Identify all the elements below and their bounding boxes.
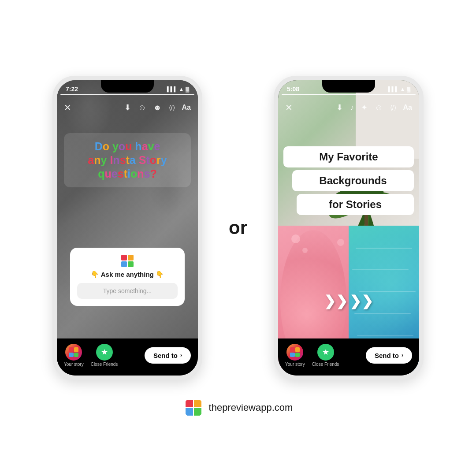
close-icon-2[interactable]: ✕ <box>285 102 293 113</box>
phone-2-inner: 5:08 ▌▌▌ ▲ ▓ ✕ ⬇ <box>278 80 419 376</box>
grid-cell-green <box>128 261 134 267</box>
send-to-button-2[interactable]: Send to › <box>366 347 412 364</box>
close-friends-action-1[interactable]: ★ Close Friends <box>91 344 118 367</box>
ask-box-input[interactable]: Type something... <box>77 283 178 299</box>
face-icon-2[interactable]: ☺ <box>375 103 383 112</box>
text-icon-1[interactable]: Aa <box>182 104 191 112</box>
grid-cell-blue <box>121 261 127 267</box>
close-friends-label-2: Close Friends <box>312 362 339 367</box>
sparkle-icon-2[interactable]: ✦ <box>361 103 368 112</box>
your-story-label-2: Your story <box>285 362 305 367</box>
pink-bubble-2 <box>302 248 308 253</box>
mute-icon-1[interactable]: ⟨/⟩ <box>169 104 175 111</box>
story-bottom-2: Your story ★ Close Friends Send to › <box>278 338 419 376</box>
question-sticker: Do you have any Insta Story questions? <box>64 133 191 187</box>
close-friends-icon-1: ★ <box>96 344 113 361</box>
pink-bubble-3 <box>337 239 344 246</box>
story-bottom-1: Your story ★ Close Friends Send to › <box>57 338 198 376</box>
close-friends-action-2[interactable]: ★ Close Friends <box>312 344 339 367</box>
arrows-container: ❯❯ ❯❯ <box>324 293 373 309</box>
preview-gc4 <box>194 408 201 416</box>
story-progress-2 <box>282 94 416 95</box>
emoji-icon-1[interactable]: ☻ <box>153 103 162 112</box>
preview-gc2 <box>194 400 201 407</box>
close-icon-1[interactable]: ✕ <box>64 102 71 113</box>
your-story-icon-1 <box>65 344 82 361</box>
notch-2 <box>322 80 375 93</box>
ask-box-logo-container <box>77 255 178 267</box>
notch-1 <box>101 80 154 93</box>
preview-logo-text: thepreviewapp.com <box>209 402 293 413</box>
status-icons-1: ▌▌▌ ▲ ▓ <box>167 86 189 92</box>
arrow-chevron-2: ❯❯ <box>350 293 373 309</box>
story-progress-1 <box>60 94 194 95</box>
ask-box-title: 👇 Ask me anything 👇 <box>77 271 178 279</box>
signal-icon-1: ▌▌▌ <box>167 86 177 92</box>
phone-2-story-content: 5:08 ▌▌▌ ▲ ▓ ✕ ⬇ <box>278 80 419 371</box>
your-story-grid <box>69 347 78 357</box>
title-sticker-1: My Favorite <box>283 146 414 167</box>
title-line-2: Backgrounds <box>319 175 387 186</box>
your-story-grid-2 <box>290 347 300 357</box>
title-line-1: My Favorite <box>319 151 378 163</box>
water-line-4 <box>354 313 411 314</box>
your-story-action-2[interactable]: Your story <box>285 344 305 367</box>
title-sticker-3: for Stories <box>297 194 414 215</box>
send-to-button-1[interactable]: Send to › <box>145 347 191 364</box>
question-line-3: questions? <box>69 167 186 180</box>
water-line-5 <box>357 335 413 336</box>
battery-icon-2: ▓ <box>407 86 410 92</box>
send-to-label-1: Send to <box>153 352 178 359</box>
question-line-2: any Insta Story <box>69 154 186 167</box>
title-line-3: for Stories <box>329 198 382 210</box>
story-toolbar-1[interactable]: ✕ ⬇ ☺ ☻ ⟨/⟩ Aa <box>57 102 198 113</box>
download-icon-1[interactable]: ⬇ <box>124 103 131 112</box>
star-icon-1: ★ <box>101 347 108 357</box>
phone-1-story-content: 7:22 ▌▌▌ ▲ ▓ ✕ ⬇ <box>57 80 198 371</box>
phone-2-frame: 5:08 ▌▌▌ ▲ ▓ ✕ ⬇ <box>274 76 424 380</box>
phone-1-inner: 7:22 ▌▌▌ ▲ ▓ ✕ ⬇ <box>57 80 198 376</box>
question-line-1: Do you have <box>69 140 186 153</box>
status-icons-2: ▌▌▌ ▲ ▓ <box>388 86 410 92</box>
preview-gc3 <box>186 408 193 416</box>
arrow-chevron-1: ❯❯ <box>324 293 348 309</box>
title-sticker-2: Backgrounds <box>292 170 414 191</box>
water-line-1 <box>356 248 412 249</box>
mute-icon-2[interactable]: ⟨/⟩ <box>390 104 396 111</box>
preview-gc1 <box>186 400 193 407</box>
bottom-actions-1: Your story ★ Close Friends <box>64 344 118 367</box>
preview-logo-container <box>183 398 204 418</box>
send-to-label-2: Send to <box>375 352 399 359</box>
status-time-2: 5:08 <box>287 86 299 93</box>
progress-bar <box>60 94 194 95</box>
preview-grid-logo-1 <box>121 255 134 267</box>
status-time-1: 7:22 <box>66 86 78 93</box>
send-to-chevron-2: › <box>402 352 403 358</box>
toolbar-left-1: ✕ <box>64 102 71 113</box>
water-line-2 <box>352 269 409 270</box>
page-container: 7:22 ▌▌▌ ▲ ▓ ✕ ⬇ <box>0 0 476 476</box>
music-icon-2[interactable]: ♪ <box>350 103 354 112</box>
leaf-shadow <box>57 80 198 371</box>
star-icon-2: ★ <box>322 347 329 357</box>
bottom-actions-2: Your story ★ Close Friends <box>285 344 339 367</box>
wifi-icon-1: ▲ <box>179 86 184 92</box>
face-sticker-icon-1[interactable]: ☺ <box>138 103 146 112</box>
toolbar-right-1: ⬇ ☺ ☻ ⟨/⟩ Aa <box>124 103 191 112</box>
title-stickers-container: My Favorite Backgrounds for Stories <box>283 146 414 215</box>
battery-icon-1: ▓ <box>186 86 189 92</box>
signal-icon-2: ▌▌▌ <box>388 86 398 92</box>
download-icon-2[interactable]: ⬇ <box>336 103 343 112</box>
phone-1-frame: 7:22 ▌▌▌ ▲ ▓ ✕ ⬇ <box>52 76 202 380</box>
your-story-label-1: Your story <box>64 362 84 367</box>
phone-1-background <box>57 80 198 371</box>
progress-bar-2 <box>282 94 416 95</box>
grid-cell-red <box>121 255 127 260</box>
footer-logo: thepreviewapp.com <box>183 398 293 418</box>
phones-row: 7:22 ▌▌▌ ▲ ▓ ✕ ⬇ <box>52 76 424 380</box>
story-toolbar-2[interactable]: ✕ ⬇ ♪ ✦ ☺ ⟨/⟩ Aa <box>278 102 419 113</box>
close-friends-icon-2: ★ <box>317 344 334 361</box>
text-icon-2[interactable]: Aa <box>403 104 412 112</box>
your-story-action-1[interactable]: Your story <box>64 344 84 367</box>
ask-me-box[interactable]: 👇 Ask me anything 👇 Type something... <box>70 248 185 306</box>
